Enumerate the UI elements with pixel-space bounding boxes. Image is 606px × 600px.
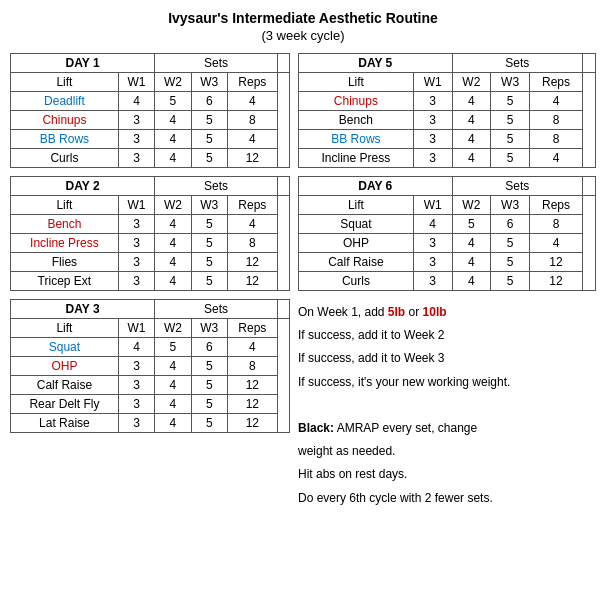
w3-cell: 5 <box>191 357 227 376</box>
reps-cell: 8 <box>529 215 582 234</box>
w1-cell: 3 <box>413 253 452 272</box>
day6-col-w3: W3 <box>491 196 530 215</box>
w2-cell: 4 <box>155 149 191 168</box>
day2-col-reps: Reps <box>227 196 277 215</box>
reps-cell: 12 <box>227 253 277 272</box>
table-row: Incline Press3454 <box>299 149 596 168</box>
lift-cell: Flies <box>11 253 119 272</box>
day5-col-w2: W2 <box>452 73 491 92</box>
reps-cell: 12 <box>227 149 277 168</box>
w1-cell: 3 <box>118 376 154 395</box>
w2-cell: 5 <box>155 338 191 357</box>
w2-cell: 4 <box>452 111 491 130</box>
w1-cell: 3 <box>413 272 452 291</box>
w2-cell: 4 <box>452 130 491 149</box>
lift-cell: Calf Raise <box>299 253 414 272</box>
table-row: Bench3458 <box>299 111 596 130</box>
day6-col-lift: Lift <box>299 196 414 215</box>
day3-table: DAY 3 Sets Lift W1 W2 W3 Reps Squat4564O… <box>10 299 290 433</box>
day2-sets-label: Sets <box>155 177 278 196</box>
w3-cell: 5 <box>491 272 530 291</box>
lift-cell: OHP <box>299 234 414 253</box>
w1-cell: 3 <box>118 395 154 414</box>
day6-col-w1: W1 <box>413 196 452 215</box>
table-row: Squat4568 <box>299 215 596 234</box>
w3-cell: 5 <box>191 149 227 168</box>
lift-cell: Lat Raise <box>11 414 119 433</box>
day1-col-w3: W3 <box>191 73 227 92</box>
reps-cell: 4 <box>227 338 277 357</box>
day5-col-reps: Reps <box>529 73 582 92</box>
w3-cell: 5 <box>491 111 530 130</box>
w2-cell: 4 <box>452 253 491 272</box>
day1-sets-label: Sets <box>155 54 278 73</box>
day5-header: DAY 5 <box>299 54 453 73</box>
w2-cell: 4 <box>155 272 191 291</box>
reps-cell: 4 <box>529 92 582 111</box>
w3-cell: 5 <box>191 253 227 272</box>
lift-cell: BB Rows <box>11 130 119 149</box>
w2-cell: 4 <box>452 234 491 253</box>
w1-cell: 3 <box>118 272 154 291</box>
lift-cell: Curls <box>299 272 414 291</box>
table-row: Chinups3454 <box>299 92 596 111</box>
w1-cell: 3 <box>118 130 154 149</box>
w2-cell: 5 <box>452 215 491 234</box>
w3-cell: 5 <box>191 130 227 149</box>
w2-cell: 4 <box>155 414 191 433</box>
reps-cell: 8 <box>227 357 277 376</box>
day3-col-w2: W2 <box>155 319 191 338</box>
reps-cell: 12 <box>529 253 582 272</box>
day2-header: DAY 2 <box>11 177 155 196</box>
w1-cell: 3 <box>413 111 452 130</box>
w1-cell: 3 <box>118 215 154 234</box>
lift-cell: Curls <box>11 149 119 168</box>
day5-col-w3: W3 <box>491 73 530 92</box>
reps-cell: 4 <box>227 92 277 111</box>
page-subtitle: (3 week cycle) <box>10 28 596 43</box>
w3-cell: 5 <box>191 234 227 253</box>
w1-cell: 3 <box>118 253 154 272</box>
day1-table: DAY 1 Sets Lift W1 W2 W3 Reps Deadlift45… <box>10 53 290 168</box>
reps-cell: 12 <box>227 272 277 291</box>
w1-cell: 3 <box>413 92 452 111</box>
w2-cell: 4 <box>452 272 491 291</box>
day1-header: DAY 1 <box>11 54 155 73</box>
w2-cell: 4 <box>155 395 191 414</box>
day3-col-w1: W1 <box>118 319 154 338</box>
day6-sets-label: Sets <box>452 177 583 196</box>
reps-cell: 8 <box>227 234 277 253</box>
w2-cell: 4 <box>155 111 191 130</box>
day2-col-w1: W1 <box>118 196 154 215</box>
note-week3: If success, add it to Week 3 <box>298 349 596 368</box>
day5-sets-label: Sets <box>452 54 583 73</box>
w3-cell: 5 <box>191 215 227 234</box>
w2-cell: 4 <box>452 92 491 111</box>
table-row: Squat4564 <box>11 338 290 357</box>
day3-col-lift: Lift <box>11 319 119 338</box>
table-row: BB Rows3454 <box>11 130 290 149</box>
reps-cell: 4 <box>227 130 277 149</box>
w1-cell: 3 <box>118 111 154 130</box>
w1-cell: 3 <box>118 149 154 168</box>
w3-cell: 5 <box>491 253 530 272</box>
w2-cell: 4 <box>155 234 191 253</box>
note-amrap2: weight as needed. <box>298 442 596 461</box>
w1-cell: 4 <box>413 215 452 234</box>
w2-cell: 4 <box>155 130 191 149</box>
lift-cell: Squat <box>299 215 414 234</box>
w3-cell: 5 <box>491 92 530 111</box>
table-row: Curls34512 <box>11 149 290 168</box>
reps-cell: 4 <box>529 149 582 168</box>
reps-cell: 12 <box>227 414 277 433</box>
table-row: Deadlift4564 <box>11 92 290 111</box>
day2-col-w3: W3 <box>191 196 227 215</box>
w3-cell: 5 <box>191 414 227 433</box>
day1-col-w2: W2 <box>155 73 191 92</box>
table-row: Calf Raise34512 <box>11 376 290 395</box>
w3-cell: 6 <box>191 338 227 357</box>
reps-cell: 4 <box>227 215 277 234</box>
note-week2: If success, add it to Week 2 <box>298 326 596 345</box>
day1-col-lift: Lift <box>11 73 119 92</box>
table-row: Tricep Ext34512 <box>11 272 290 291</box>
